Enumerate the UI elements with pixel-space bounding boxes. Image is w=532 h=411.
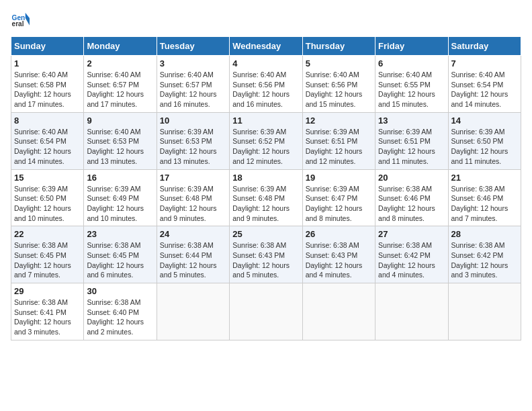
calendar-cell: 4Sunrise: 6:40 AMSunset: 6:56 PMDaylight… [230,56,302,113]
day-number: 8 [14,116,81,126]
calendar-cell: 13Sunrise: 6:39 AMSunset: 6:51 PMDayligh… [375,112,448,169]
calendar-cell: 23Sunrise: 6:38 AMSunset: 6:45 PMDayligh… [84,226,157,283]
calendar-cell: 7Sunrise: 6:40 AMSunset: 6:54 PMDaylight… [448,56,521,113]
calendar-header-row: SundayMondayTuesdayWednesdayThursdayFrid… [11,37,521,56]
day-number: 26 [306,229,372,239]
day-info: Sunrise: 6:38 AMSunset: 6:45 PMDaylight:… [14,240,81,280]
day-info: Sunrise: 6:38 AMSunset: 6:43 PMDaylight:… [232,240,299,280]
day-info: Sunrise: 6:39 AMSunset: 6:47 PMDaylight:… [306,184,372,224]
logo: Gen eral [11,11,32,30]
day-info: Sunrise: 6:39 AMSunset: 6:52 PMDaylight:… [232,127,299,167]
calendar-cell [157,283,229,340]
calendar-cell: 8Sunrise: 6:40 AMSunset: 6:54 PMDaylight… [11,112,84,169]
calendar-cell: 29Sunrise: 6:38 AMSunset: 6:41 PMDayligh… [11,283,84,340]
calendar-cell [230,283,302,340]
calendar-cell: 15Sunrise: 6:39 AMSunset: 6:50 PMDayligh… [11,169,84,226]
day-number: 2 [87,58,153,68]
day-number: 19 [306,173,372,183]
day-info: Sunrise: 6:40 AMSunset: 6:57 PMDaylight:… [160,70,226,109]
day-info: Sunrise: 6:40 AMSunset: 6:58 PMDaylight:… [14,70,81,109]
calendar-cell: 27Sunrise: 6:38 AMSunset: 6:42 PMDayligh… [375,226,448,283]
day-number: 15 [14,173,81,183]
day-number: 3 [160,58,226,68]
calendar-cell: 11Sunrise: 6:39 AMSunset: 6:52 PMDayligh… [230,112,302,169]
svg-marker-2 [26,13,30,18]
page-header: Gen eral [11,11,521,30]
calendar-cell: 14Sunrise: 6:39 AMSunset: 6:50 PMDayligh… [448,112,521,169]
day-info: Sunrise: 6:40 AMSunset: 6:54 PMDaylight:… [451,70,518,109]
weekday-header-wednesday: Wednesday [230,37,302,56]
calendar-week-row: 8Sunrise: 6:40 AMSunset: 6:54 PMDaylight… [11,112,521,169]
day-number: 24 [160,229,226,239]
calendar-cell: 28Sunrise: 6:38 AMSunset: 6:42 PMDayligh… [448,226,521,283]
calendar-cell: 2Sunrise: 6:40 AMSunset: 6:57 PMDaylight… [84,56,157,113]
day-number: 29 [14,286,81,296]
day-number: 10 [160,116,226,126]
day-info: Sunrise: 6:38 AMSunset: 6:43 PMDaylight:… [306,240,372,280]
day-number: 25 [232,229,299,239]
weekday-header-tuesday: Tuesday [157,37,229,56]
weekday-header-friday: Friday [375,37,448,56]
calendar-cell: 22Sunrise: 6:38 AMSunset: 6:45 PMDayligh… [11,226,84,283]
calendar-cell: 19Sunrise: 6:39 AMSunset: 6:47 PMDayligh… [302,169,375,226]
day-number: 28 [451,229,518,239]
day-info: Sunrise: 6:39 AMSunset: 6:50 PMDaylight:… [14,184,81,224]
day-info: Sunrise: 6:38 AMSunset: 6:42 PMDaylight:… [451,240,518,280]
calendar-table: SundayMondayTuesdayWednesdayThursdayFrid… [11,36,521,340]
calendar-cell: 9Sunrise: 6:40 AMSunset: 6:53 PMDaylight… [84,112,157,169]
calendar-body: 1Sunrise: 6:40 AMSunset: 6:58 PMDaylight… [11,56,521,340]
calendar-cell: 17Sunrise: 6:39 AMSunset: 6:48 PMDayligh… [157,169,229,226]
calendar-cell: 5Sunrise: 6:40 AMSunset: 6:56 PMDaylight… [302,56,375,113]
calendar-cell: 25Sunrise: 6:38 AMSunset: 6:43 PMDayligh… [230,226,302,283]
day-number: 7 [451,58,518,68]
day-number: 9 [87,116,153,126]
calendar-cell: 20Sunrise: 6:38 AMSunset: 6:46 PMDayligh… [375,169,448,226]
calendar-cell: 24Sunrise: 6:38 AMSunset: 6:44 PMDayligh… [157,226,229,283]
day-number: 22 [14,229,81,239]
calendar-cell [302,283,375,340]
day-number: 4 [232,58,299,68]
day-number: 13 [378,116,445,126]
day-info: Sunrise: 6:39 AMSunset: 6:51 PMDaylight:… [306,127,372,167]
day-number: 20 [378,173,445,183]
calendar-cell: 3Sunrise: 6:40 AMSunset: 6:57 PMDaylight… [157,56,229,113]
day-number: 17 [160,173,226,183]
day-info: Sunrise: 6:38 AMSunset: 6:42 PMDaylight:… [378,240,445,280]
day-number: 18 [232,173,299,183]
day-number: 27 [378,229,445,239]
day-info: Sunrise: 6:40 AMSunset: 6:56 PMDaylight:… [232,70,299,109]
day-info: Sunrise: 6:40 AMSunset: 6:56 PMDaylight:… [306,70,372,109]
day-info: Sunrise: 6:39 AMSunset: 6:49 PMDaylight:… [87,184,153,224]
day-number: 6 [378,58,445,68]
calendar-cell: 16Sunrise: 6:39 AMSunset: 6:49 PMDayligh… [84,169,157,226]
calendar-cell [375,283,448,340]
day-number: 21 [451,173,518,183]
day-info: Sunrise: 6:38 AMSunset: 6:44 PMDaylight:… [160,240,226,280]
day-info: Sunrise: 6:39 AMSunset: 6:53 PMDaylight:… [160,127,226,167]
calendar-cell: 1Sunrise: 6:40 AMSunset: 6:58 PMDaylight… [11,56,84,113]
day-number: 14 [451,116,518,126]
weekday-header-thursday: Thursday [302,37,375,56]
calendar-cell: 30Sunrise: 6:38 AMSunset: 6:40 PMDayligh… [84,283,157,340]
calendar-cell: 26Sunrise: 6:38 AMSunset: 6:43 PMDayligh… [302,226,375,283]
calendar-cell: 21Sunrise: 6:38 AMSunset: 6:46 PMDayligh… [448,169,521,226]
day-info: Sunrise: 6:38 AMSunset: 6:41 PMDaylight:… [14,298,81,337]
day-info: Sunrise: 6:39 AMSunset: 6:50 PMDaylight:… [451,127,518,167]
calendar-cell: 6Sunrise: 6:40 AMSunset: 6:55 PMDaylight… [375,56,448,113]
day-info: Sunrise: 6:39 AMSunset: 6:51 PMDaylight:… [378,127,445,167]
day-info: Sunrise: 6:40 AMSunset: 6:57 PMDaylight:… [87,70,153,109]
day-number: 5 [306,58,372,68]
weekday-header-monday: Monday [84,37,157,56]
day-info: Sunrise: 6:40 AMSunset: 6:53 PMDaylight:… [87,127,153,167]
day-info: Sunrise: 6:39 AMSunset: 6:48 PMDaylight:… [160,184,226,224]
day-number: 23 [87,229,153,239]
day-info: Sunrise: 6:38 AMSunset: 6:46 PMDaylight:… [378,184,445,224]
day-info: Sunrise: 6:38 AMSunset: 6:40 PMDaylight:… [87,298,153,337]
calendar-cell: 12Sunrise: 6:39 AMSunset: 6:51 PMDayligh… [302,112,375,169]
weekday-header-sunday: Sunday [11,37,84,56]
calendar-week-row: 29Sunrise: 6:38 AMSunset: 6:41 PMDayligh… [11,283,521,340]
calendar-cell [448,283,521,340]
calendar-week-row: 22Sunrise: 6:38 AMSunset: 6:45 PMDayligh… [11,226,521,283]
day-info: Sunrise: 6:40 AMSunset: 6:54 PMDaylight:… [14,127,81,167]
day-info: Sunrise: 6:40 AMSunset: 6:55 PMDaylight:… [378,70,445,109]
